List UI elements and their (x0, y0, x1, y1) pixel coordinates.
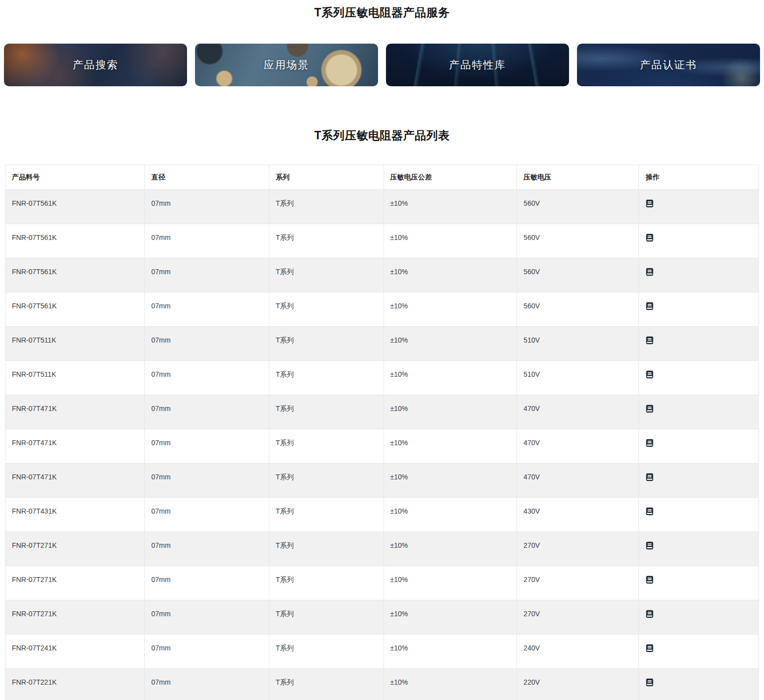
cell-varistor-voltage: 430V (517, 498, 639, 532)
header-operation: 操作 (639, 165, 759, 190)
table-row: FNR-07T241K07mmT系列±10%240V (5, 635, 759, 669)
banner-product-search[interactable]: 产品搜索 (4, 44, 187, 86)
cell-part-number: FNR-07T561K (5, 190, 145, 224)
table-row: FNR-07T271K07mmT系列±10%270V (5, 566, 759, 600)
view-document-button[interactable] (645, 336, 654, 345)
document-icon (645, 302, 654, 310)
view-document-button[interactable] (645, 199, 654, 208)
cell-series: T系列 (269, 635, 383, 669)
cell-series: T系列 (269, 361, 383, 395)
cell-series: T系列 (269, 292, 383, 327)
table-row: FNR-07T561K07mmT系列±10%560V (5, 292, 759, 327)
header-voltage-tolerance: 压敏电压公差 (383, 165, 517, 190)
cell-varistor-voltage: 470V (517, 395, 639, 429)
cell-part-number: FNR-07T511K (5, 361, 145, 395)
banner-product-certificates[interactable]: 产品认证书 (577, 44, 760, 86)
cell-series: T系列 (269, 429, 383, 464)
view-document-button[interactable] (645, 644, 654, 652)
cell-voltage-tolerance: ±10% (383, 190, 517, 224)
cell-operation (639, 258, 759, 292)
view-document-button[interactable] (645, 507, 654, 516)
table-row: FNR-07T431K07mmT系列±10%430V (5, 498, 759, 532)
cell-operation (639, 327, 759, 361)
document-icon (645, 644, 654, 652)
cell-voltage-tolerance: ±10% (383, 292, 517, 327)
banner-row: 产品搜索 应用场景 产品特性库 产品认证书 (4, 44, 760, 86)
view-document-button[interactable] (645, 678, 654, 687)
cell-voltage-tolerance: ±10% (383, 464, 517, 498)
cell-voltage-tolerance: ±10% (383, 669, 517, 700)
cell-operation (639, 635, 759, 669)
cell-varistor-voltage: 560V (517, 292, 639, 327)
table-row: FNR-07T561K07mmT系列±10%560V (5, 190, 759, 224)
cell-operation (639, 669, 759, 700)
view-document-button[interactable] (645, 233, 654, 242)
cell-part-number: FNR-07T471K (5, 395, 145, 429)
table-header-row: 产品料号 直径 系列 压敏电压公差 压敏电压 操作 (5, 165, 759, 190)
cell-part-number: FNR-07T471K (5, 464, 145, 498)
view-document-button[interactable] (645, 610, 654, 618)
cell-voltage-tolerance: ±10% (383, 532, 517, 566)
cell-part-number: FNR-07T561K (5, 292, 145, 327)
banner-label: 产品认证书 (640, 58, 697, 72)
document-icon (645, 678, 654, 687)
view-document-button[interactable] (645, 576, 654, 584)
view-document-button[interactable] (645, 302, 654, 310)
table-row: FNR-07T471K07mmT系列±10%470V (5, 395, 759, 429)
view-document-button[interactable] (645, 541, 654, 550)
cell-operation (639, 566, 759, 600)
cell-voltage-tolerance: ±10% (383, 498, 517, 532)
cell-diameter: 07mm (145, 532, 269, 566)
cell-voltage-tolerance: ±10% (383, 635, 517, 669)
cell-series: T系列 (269, 566, 383, 600)
banner-product-characteristics[interactable]: 产品特性库 (386, 44, 569, 86)
cell-varistor-voltage: 470V (517, 464, 639, 498)
cell-part-number: FNR-07T271K (5, 566, 145, 600)
cell-operation (639, 600, 759, 635)
cell-diameter: 07mm (145, 464, 269, 498)
cell-diameter: 07mm (145, 327, 269, 361)
banner-application-scenarios[interactable]: 应用场景 (195, 44, 378, 86)
cell-diameter: 07mm (145, 566, 269, 600)
cell-voltage-tolerance: ±10% (383, 395, 517, 429)
cell-series: T系列 (269, 190, 383, 224)
document-icon (645, 439, 654, 447)
cell-part-number: FNR-07T271K (5, 600, 145, 635)
cell-operation (639, 190, 759, 224)
view-document-button[interactable] (645, 268, 654, 276)
page: T系列压敏电阻器产品服务 产品搜索 应用场景 产品特性库 产品认证书 T系列压敏… (0, 0, 764, 700)
cell-part-number: FNR-07T271K (5, 532, 145, 566)
document-icon (645, 541, 654, 550)
cell-operation (639, 361, 759, 395)
cell-series: T系列 (269, 498, 383, 532)
view-document-button[interactable] (645, 405, 654, 413)
cell-voltage-tolerance: ±10% (383, 429, 517, 464)
table-header: 产品料号 直径 系列 压敏电压公差 压敏电压 操作 (5, 165, 759, 190)
cell-series: T系列 (269, 224, 383, 258)
cell-diameter: 07mm (145, 669, 269, 700)
cell-varistor-voltage: 510V (517, 361, 639, 395)
cell-voltage-tolerance: ±10% (383, 224, 517, 258)
product-table: 产品料号 直径 系列 压敏电压公差 压敏电压 操作 FNR-07T561K07m… (5, 165, 759, 700)
view-document-button[interactable] (645, 439, 654, 447)
view-document-button[interactable] (645, 370, 654, 379)
cell-varistor-voltage: 560V (517, 190, 639, 224)
cell-diameter: 07mm (145, 429, 269, 464)
cell-operation (639, 532, 759, 566)
view-document-button[interactable] (645, 473, 654, 481)
cell-operation (639, 498, 759, 532)
cell-varistor-voltage: 510V (517, 327, 639, 361)
cell-voltage-tolerance: ±10% (383, 361, 517, 395)
table-row: FNR-07T471K07mmT系列±10%470V (5, 429, 759, 464)
cell-series: T系列 (269, 327, 383, 361)
document-icon (645, 473, 654, 481)
table-row: FNR-07T271K07mmT系列±10%270V (5, 532, 759, 566)
product-table-body: FNR-07T561K07mmT系列±10%560VFNR-07T561K07m… (5, 190, 759, 700)
cell-diameter: 07mm (145, 498, 269, 532)
page-title: T系列压敏电阻器产品服务 (0, 0, 764, 20)
cell-diameter: 07mm (145, 224, 269, 258)
list-title: T系列压敏电阻器产品列表 (0, 128, 764, 143)
document-icon (645, 576, 654, 584)
cell-varistor-voltage: 270V (517, 566, 639, 600)
document-icon (645, 405, 654, 413)
